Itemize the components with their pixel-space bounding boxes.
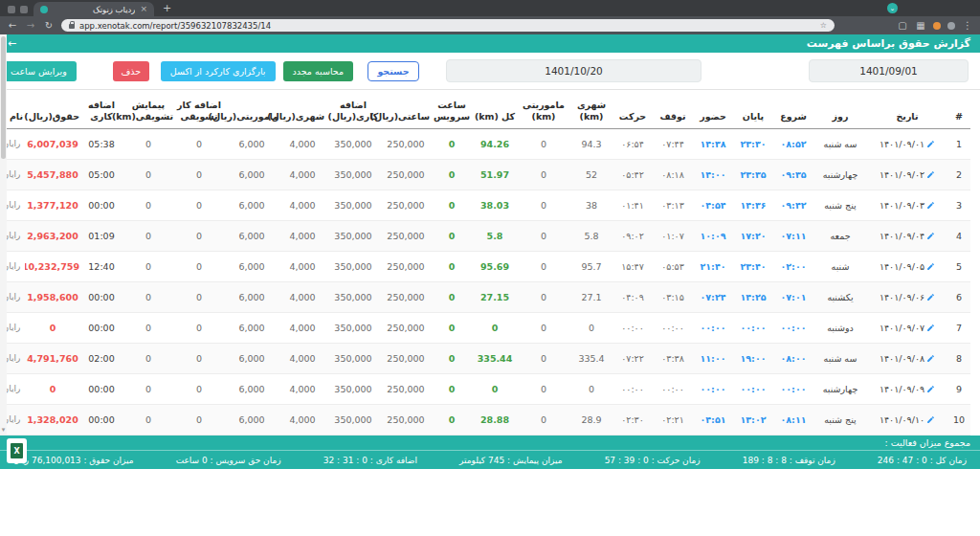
table-row: 2۱۴۰۱/۰۹/۰۲چهارشنبه۰۹:۳۵۲۳:۳۵۱۴:۰۰۰۸:۱۸۰…: [0, 160, 970, 190]
cell-sv: 0: [431, 405, 473, 436]
cell-date: ۱۴۰۱/۰۹/۰۶: [867, 282, 947, 313]
edit-row-icon[interactable]: [926, 232, 935, 242]
cell-ot: 350,000: [325, 129, 381, 160]
cell-ot: 350,000: [325, 160, 381, 190]
edit-row-icon[interactable]: [926, 385, 935, 395]
scrollbar-thumb[interactable]: [1, 36, 6, 159]
browser-profile-icon[interactable]: [947, 22, 955, 30]
tab-close-icon[interactable]: ×: [140, 5, 147, 13]
cell-sal: 0: [25, 374, 80, 405]
col-header-day: روز: [813, 90, 867, 129]
cell-sp: ۰۰:۰۰: [653, 313, 693, 344]
cell-tkm: 5.8: [473, 221, 517, 252]
cell-st: ۰۰:۰۰: [773, 313, 813, 344]
lock-icon: [69, 24, 75, 29]
edit-time-button[interactable]: ویرایش ساعت: [1, 61, 77, 81]
cell-sal: 1,328,020: [25, 405, 80, 436]
cell-day: شنبه: [813, 252, 867, 282]
extensions-puzzle-icon[interactable]: ▦: [915, 21, 926, 31]
cell-cr: 4,000: [279, 374, 325, 405]
date-from-input[interactable]: 1401/09/01: [809, 59, 969, 82]
cell-st: ۰۸:۱۱: [773, 405, 813, 436]
cell-en: ۲۳:۳۰: [733, 129, 773, 160]
edit-row-icon[interactable]: [926, 324, 935, 334]
forward-nav-icon[interactable]: →: [25, 21, 36, 31]
cell-sal: 10,232,759: [25, 252, 80, 282]
cell-ot: 350,000: [325, 374, 381, 405]
menu-kebab-icon[interactable]: ⋮: [962, 21, 973, 31]
cell-tkm: 0: [473, 374, 517, 405]
cell-bm: 0: [122, 160, 174, 190]
cell-mv: ۰۰:۰۰: [612, 374, 653, 405]
edit-row-icon[interactable]: [926, 415, 935, 426]
cell-n: 10: [947, 405, 970, 436]
scrollbar-down-arrow-icon[interactable]: ▾: [0, 425, 7, 435]
cell-ov: 02:00: [80, 344, 122, 374]
cell-en: ۰۰:۰۰: [733, 374, 773, 405]
cell-ckm: 5.8: [570, 221, 612, 252]
cell-hr: 250,000: [381, 129, 431, 160]
cell-bo: 0: [174, 252, 224, 282]
back-nav-icon[interactable]: ←: [7, 21, 18, 31]
cell-sv: 0: [431, 282, 473, 313]
cell-sv: 0: [431, 221, 473, 252]
cell-pr: ۰۴:۵۱: [693, 405, 733, 436]
cell-ckm: 52: [570, 160, 612, 190]
cell-hr: 250,000: [381, 405, 431, 436]
cell-ot: 350,000: [325, 252, 381, 282]
reload-icon[interactable]: ↻: [43, 21, 55, 31]
cell-cr: 4,000: [279, 282, 325, 313]
profile-chip-icon[interactable]: ⌄: [887, 3, 898, 13]
cell-ov: 00:00: [80, 374, 122, 405]
date-to-input[interactable]: 1401/10/20: [446, 59, 702, 82]
search-button[interactable]: جستجو: [368, 61, 419, 81]
edit-row-icon[interactable]: [926, 354, 935, 365]
cell-tkm: 335.44: [473, 344, 517, 374]
cell-mv: ۰۴:۰۹: [612, 282, 653, 313]
workspace-icon[interactable]: [8, 6, 15, 13]
cell-pr: ۰۰:۰۰: [693, 313, 733, 344]
export-excel-button[interactable]: X: [7, 438, 27, 463]
edit-row-icon[interactable]: [926, 201, 935, 212]
app-header: گزارش حقوق براساس فهرست ←: [0, 34, 980, 53]
cell-tkm: 51.97: [473, 160, 517, 190]
new-tab-button[interactable]: +: [163, 3, 171, 13]
address-bar[interactable]: app.xenotak.com/report/359632107832435/1…: [61, 19, 835, 32]
cell-mv: ۰۷:۲۲: [612, 344, 653, 374]
cell-tkm: 38.03: [473, 190, 517, 221]
cell-date-text: ۱۴۰۱/۰۹/۰۶: [880, 292, 924, 302]
side-panel-icon[interactable]: ▢: [897, 21, 908, 31]
cell-date: ۱۴۰۱/۰۹/۰۲: [867, 160, 947, 190]
edit-row-icon[interactable]: [926, 140, 935, 150]
bookmark-star-icon[interactable]: ☆: [820, 21, 827, 30]
cell-ckm: 0: [570, 374, 612, 405]
recalculate-button[interactable]: محاسبه مجدد: [283, 61, 354, 81]
cell-day: پنج شنبه: [813, 405, 867, 436]
cell-ot: 350,000: [325, 313, 381, 344]
cell-hr: 250,000: [381, 252, 431, 282]
cell-day: چهارشنبه: [813, 160, 867, 190]
cell-date-text: ۱۴۰۱/۰۹/۰۳: [880, 200, 924, 211]
back-button[interactable]: ←: [8, 37, 16, 50]
cell-mkm: 0: [517, 252, 570, 282]
vertical-scrollbar[interactable]: ▾: [0, 34, 7, 435]
col-header-bo: اضافه کار تشویقی: [174, 90, 224, 129]
cell-date: ۱۴۰۱/۰۹/۰۳: [867, 190, 947, 221]
browser-tab[interactable]: ردیاب زنوتک ×: [33, 2, 154, 16]
summary-stat: زمان کل : 0 : 47 : 246: [878, 456, 967, 465]
extension-icon[interactable]: [933, 22, 941, 30]
delete-button[interactable]: حذف: [113, 61, 149, 81]
cell-ot: 350,000: [325, 221, 381, 252]
edit-row-icon[interactable]: [926, 170, 935, 181]
edit-row-icon[interactable]: [926, 293, 935, 303]
cell-date-text: ۱۴۰۱/۰۹/۰۷: [880, 323, 924, 333]
cell-pr: ۰۷:۲۴: [693, 282, 733, 313]
edit-row-icon[interactable]: [926, 262, 935, 273]
cell-bo: 0: [174, 160, 224, 190]
col-header-mr: ماموریتی(ریال): [224, 90, 279, 129]
col-header-sp: توقف: [653, 90, 693, 129]
workspace-icon[interactable]: [20, 6, 28, 13]
cell-mv: ۰۱:۴۱: [612, 190, 653, 221]
cell-sal: 1,958,600: [25, 282, 80, 313]
upload-excel-button[interactable]: بارگزاری کارکرد از اکسل: [161, 61, 276, 81]
